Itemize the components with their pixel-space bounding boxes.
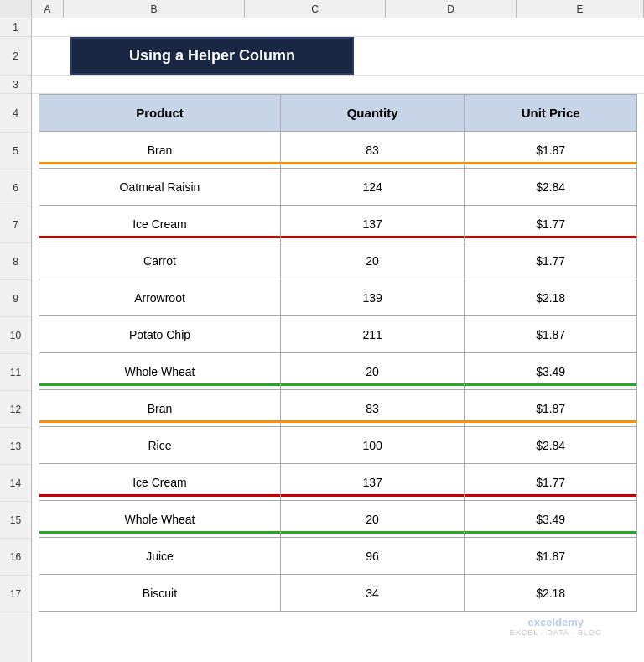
row-number-16: 16 [0,539,31,576]
row-number-15: 15 [0,502,31,539]
cell-price-13: $2.84 [465,427,637,464]
cell-price-12: $1.87 [465,390,637,427]
col-header-a: A [32,0,64,18]
cell-price-7: $1.77 [465,206,637,242]
table-row: Bran83$1.87 [39,390,637,427]
cell-quantity-12: 83 [280,390,464,427]
cell-product-8: Carrot [39,242,281,279]
cell-product-17: Biscuit [39,575,281,612]
col-header-c: C [245,0,386,18]
row-number-17: 17 [0,576,31,612]
cell-product-9: Arrowroot [39,279,281,316]
row-number-1: 1 [0,18,31,37]
table-row: Rice100$2.84 [39,427,637,464]
table-row: Whole Wheat20$3.49 [39,501,637,538]
row-number-10: 10 [0,317,31,354]
cell-quantity-14: 137 [280,464,464,501]
table-row: Potato Chip211$1.87 [39,316,637,353]
cell-product-10: Potato Chip [39,316,281,353]
title-text: Using a Helper Column [129,47,295,64]
cell-price-8: $1.77 [465,242,637,279]
cell-product-5: Bran [39,132,281,169]
cell-price-16: $1.87 [465,538,637,575]
table-header-row: Product Quantity Unit Price [39,95,637,132]
cell-quantity-8: 20 [280,242,464,279]
cell-price-17: $2.18 [465,575,637,612]
cell-quantity-5: 83 [280,132,464,169]
table-row: Oatmeal Raisin124$2.84 [39,169,637,206]
col-header-d: D [386,0,517,18]
cell-quantity-17: 34 [280,575,464,612]
row-numbers: 1234567891011121314151617 [0,18,32,662]
cell-price-5: $1.87 [465,132,637,169]
cell-product-6: Oatmeal Raisin [39,169,281,206]
cell-product-14: Ice Cream [39,464,281,501]
table-row: Ice Cream137$1.77 [39,464,637,501]
cell-product-12: Bran [39,390,281,427]
row-number-14: 14 [0,465,31,502]
cell-price-11: $3.49 [465,353,637,390]
cell-quantity-11: 20 [280,353,464,390]
row-number-5: 5 [0,133,31,169]
cell-quantity-6: 124 [280,169,464,206]
cell-price-15: $3.49 [465,501,637,538]
cell-quantity-15: 20 [280,501,464,538]
cell-quantity-7: 137 [280,206,464,242]
cell-quantity-9: 139 [280,279,464,316]
row-number-9: 9 [0,280,31,317]
cell-product-11: Whole Wheat [39,353,281,390]
table-row: Carrot20$1.77 [39,242,637,279]
cell-quantity-16: 96 [280,538,464,575]
grid-body: 1234567891011121314151617 Using a Helper… [0,18,644,662]
table-row: Ice Cream137$1.77 [39,206,637,242]
cell-quantity-13: 100 [280,427,464,464]
cell-price-9: $2.18 [465,279,637,316]
title-banner: Using a Helper Column [70,37,354,75]
col-product-header: Product [39,95,281,132]
spreadsheet: A B C D E 1234567891011121314151617 Usin… [0,0,644,662]
table-row: Arrowroot139$2.18 [39,279,637,316]
cell-price-14: $1.77 [465,464,637,501]
cell-product-16: Juice [39,538,281,575]
cell-product-13: Rice [39,427,281,464]
cell-price-10: $1.87 [465,316,637,353]
row-number-3: 3 [0,76,31,94]
row-number-6: 6 [0,169,31,206]
row-number-4: 4 [0,94,31,133]
row-number-8: 8 [0,243,31,280]
col-price-header: Unit Price [465,95,637,132]
table-row: Whole Wheat20$3.49 [39,353,637,390]
col-header-b: B [64,0,245,18]
row-number-13: 13 [0,428,31,465]
data-table: Product Quantity Unit Price Bran83$1.87O… [39,94,637,612]
col-quantity-header: Quantity [280,95,464,132]
cell-quantity-10: 211 [280,316,464,353]
table-row: Biscuit34$2.18 [39,575,637,612]
table-row: Bran83$1.87 [39,132,637,169]
cell-product-7: Ice Cream [39,206,281,242]
row-number-7: 7 [0,206,31,243]
column-headers: A B C D E [0,0,644,18]
cell-price-6: $2.84 [465,169,637,206]
corner-cell [0,0,32,18]
table-row: Juice96$1.87 [39,538,637,575]
row-number-2: 2 [0,37,31,76]
cell-product-15: Whole Wheat [39,501,281,538]
row-number-11: 11 [0,354,31,391]
col-header-e: E [517,0,644,18]
row-number-12: 12 [0,391,31,428]
